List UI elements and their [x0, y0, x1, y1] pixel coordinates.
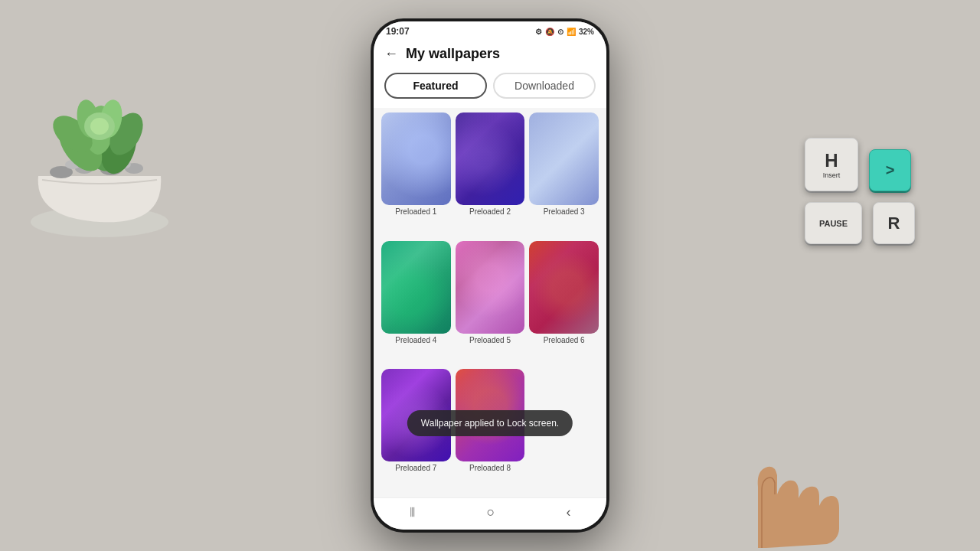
- phone-body: 19:07 ⚙ 🔕 ⊙ 📶 32% ← My wallpapers Featur…: [371, 19, 609, 532]
- wallpaper-grid: Preloaded 1 Preloaded 2 Preloaded 3 Prel…: [374, 108, 606, 497]
- home-button[interactable]: ○: [487, 504, 495, 520]
- key-h-label: H: [825, 150, 838, 171]
- key-arrow-right[interactable]: >: [869, 149, 911, 191]
- page-header: ← My wallpapers: [374, 40, 606, 70]
- wallpaper-label-7: Preloaded 7: [395, 464, 436, 472]
- wallpaper-label-5: Preloaded 5: [469, 336, 511, 344]
- wallpaper-item-4[interactable]: Preloaded 4: [381, 241, 451, 365]
- tab-downloaded[interactable]: Downloaded: [493, 73, 596, 99]
- wallpaper-thumb-3[interactable]: [529, 112, 599, 205]
- wallpaper-thumb-6[interactable]: [529, 241, 599, 334]
- key-pause[interactable]: PAUSE: [805, 202, 862, 244]
- key-r-label: R: [888, 214, 900, 233]
- wallpaper-label-1: Preloaded 1: [395, 207, 436, 216]
- wallpaper-item-1[interactable]: Preloaded 1: [381, 112, 451, 236]
- status-icons: ⚙ 🔕 ⊙ 📶 32%: [535, 28, 594, 36]
- phone: 19:07 ⚙ 🔕 ⊙ 📶 32% ← My wallpapers Featur…: [371, 19, 609, 532]
- hand-decoration: [735, 395, 858, 551]
- back-button-nav[interactable]: ‹: [566, 504, 570, 520]
- key-insert-label: Insert: [823, 171, 841, 179]
- wallpaper-thumb-5[interactable]: [456, 241, 525, 334]
- wallpaper-label-8: Preloaded 8: [469, 464, 511, 472]
- key-pause-label: PAUSE: [819, 219, 848, 228]
- page-title: My wallpapers: [406, 46, 500, 62]
- settings-icon: ⚙: [535, 28, 542, 36]
- wallpaper-item-2[interactable]: Preloaded 2: [456, 112, 525, 236]
- wallpaper-item-6[interactable]: Preloaded 6: [529, 241, 599, 365]
- bottom-navigation: ⦀ ○ ‹: [374, 497, 606, 530]
- recent-apps-button[interactable]: ⦀: [410, 504, 416, 520]
- dnd-icon: 🔕: [545, 28, 554, 36]
- phone-screen: 19:07 ⚙ 🔕 ⊙ 📶 32% ← My wallpapers Featur…: [374, 21, 606, 530]
- wallpaper-label-3: Preloaded 3: [544, 207, 585, 216]
- toast-message: Wallpaper applied to Lock screen.: [421, 418, 559, 429]
- signal-icon: 📶: [567, 28, 576, 36]
- wallpaper-thumb-1[interactable]: [381, 112, 451, 205]
- camera-icon: ⊙: [557, 28, 564, 36]
- keyboard-keys-area: H Insert > PAUSE R: [805, 138, 915, 244]
- battery-text: 32%: [579, 28, 594, 36]
- back-button[interactable]: ←: [384, 46, 398, 62]
- wallpaper-label-4: Preloaded 4: [395, 336, 436, 344]
- key-h-insert[interactable]: H Insert: [805, 138, 858, 191]
- status-bar: 19:07 ⚙ 🔕 ⊙ 📶 32%: [374, 21, 606, 40]
- tab-bar: Featured Downloaded: [374, 70, 606, 108]
- wallpaper-item-3[interactable]: Preloaded 3: [529, 112, 599, 236]
- wallpaper-thumb-4[interactable]: [381, 241, 451, 334]
- wallpaper-thumb-2[interactable]: [456, 112, 525, 205]
- arrow-right-icon: >: [886, 161, 895, 179]
- plant-decoration: [0, 0, 230, 245]
- tab-featured[interactable]: Featured: [384, 73, 487, 99]
- svg-point-16: [90, 118, 109, 135]
- key-r[interactable]: R: [873, 202, 915, 244]
- status-time: 19:07: [386, 26, 410, 37]
- wallpaper-label-2: Preloaded 2: [469, 207, 511, 216]
- toast-notification: Wallpaper applied to Lock screen.: [407, 410, 573, 436]
- wallpaper-item-5[interactable]: Preloaded 5: [456, 241, 525, 365]
- wallpaper-label-6: Preloaded 6: [544, 336, 585, 344]
